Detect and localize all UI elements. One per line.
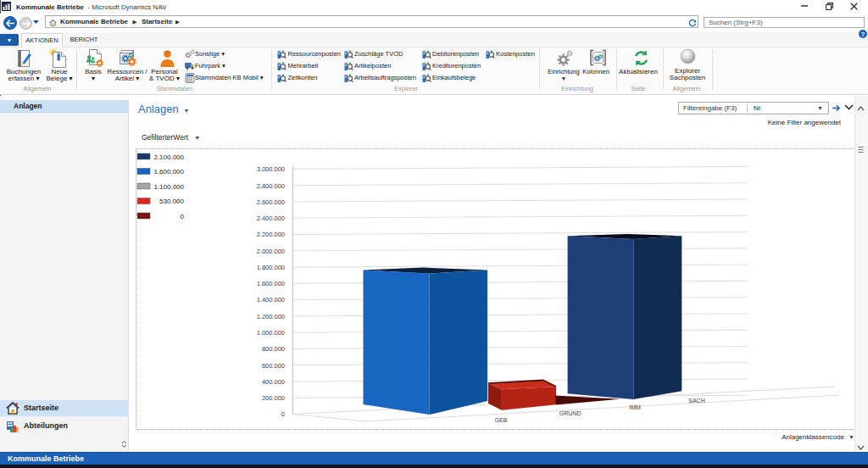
svg-text:1.100.000: 1.100.000 xyxy=(153,183,184,191)
svg-text:530.000: 530.000 xyxy=(159,198,184,205)
svg-text:0: 0 xyxy=(281,410,285,418)
svg-text:1.600.000: 1.600.000 xyxy=(153,168,184,176)
svg-text:2.100.000: 2.100.000 xyxy=(153,153,184,161)
svg-text:1.200.000: 1.200.000 xyxy=(257,313,285,320)
svg-text:1.800.000: 1.800.000 xyxy=(257,264,285,271)
svg-text:1.400.000: 1.400.000 xyxy=(257,296,285,304)
svg-text:GEB: GEB xyxy=(495,417,508,423)
svg-text:1.000.000: 1.000.000 xyxy=(257,329,285,337)
svg-text:0: 0 xyxy=(181,213,185,220)
svg-text:1.600.000: 1.600.000 xyxy=(257,280,285,287)
svg-text:?: ? xyxy=(861,31,865,38)
svg-text:200.000: 200.000 xyxy=(262,394,285,402)
svg-text:y: y xyxy=(186,67,188,71)
svg-text:400.000: 400.000 xyxy=(262,378,285,386)
svg-text:2.800.000: 2.800.000 xyxy=(257,182,285,190)
svg-text:600.000: 600.000 xyxy=(262,362,285,370)
svg-text:2.200.000: 2.200.000 xyxy=(257,231,285,238)
svg-text:2.000.000: 2.000.000 xyxy=(257,248,285,255)
svg-text:3.000.000: 3.000.000 xyxy=(257,165,285,173)
svg-text:800.000: 800.000 xyxy=(262,345,285,353)
svg-text:SACH: SACH xyxy=(688,398,704,404)
svg-text:GRUND: GRUND xyxy=(559,410,581,416)
svg-text:IMM: IMM xyxy=(629,404,641,410)
svg-text:2.400.000: 2.400.000 xyxy=(257,214,285,222)
svg-text:2.600.000: 2.600.000 xyxy=(257,198,285,206)
